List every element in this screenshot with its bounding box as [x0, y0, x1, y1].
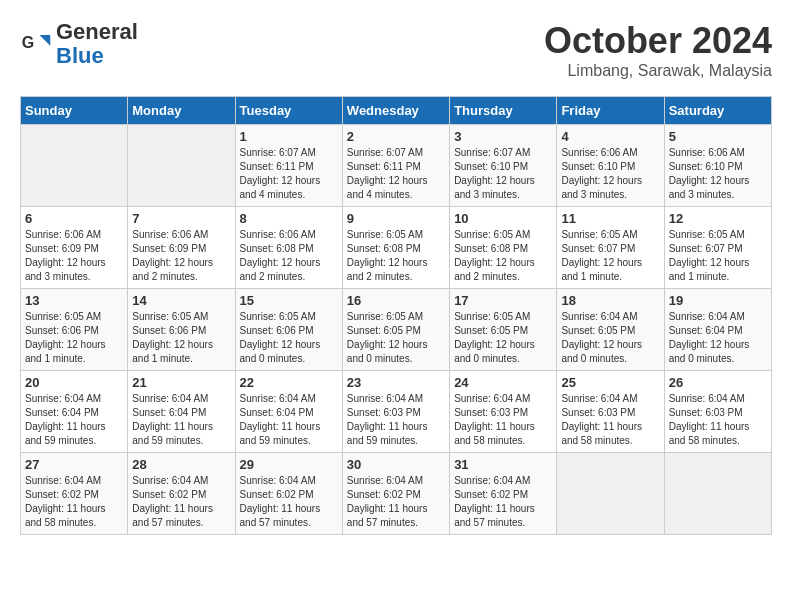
weekday-header-tuesday: Tuesday	[235, 97, 342, 125]
weekday-header-friday: Friday	[557, 97, 664, 125]
day-number: 12	[669, 211, 767, 226]
day-info: Sunrise: 6:07 AM Sunset: 6:11 PM Dayligh…	[240, 146, 338, 202]
calendar-cell: 5Sunrise: 6:06 AM Sunset: 6:10 PM Daylig…	[664, 125, 771, 207]
day-info: Sunrise: 6:04 AM Sunset: 6:03 PM Dayligh…	[561, 392, 659, 448]
calendar-cell: 25Sunrise: 6:04 AM Sunset: 6:03 PM Dayli…	[557, 371, 664, 453]
day-info: Sunrise: 6:05 AM Sunset: 6:06 PM Dayligh…	[132, 310, 230, 366]
logo-icon: G	[20, 28, 52, 60]
day-number: 4	[561, 129, 659, 144]
calendar-cell: 22Sunrise: 6:04 AM Sunset: 6:04 PM Dayli…	[235, 371, 342, 453]
day-info: Sunrise: 6:06 AM Sunset: 6:10 PM Dayligh…	[561, 146, 659, 202]
calendar-cell: 27Sunrise: 6:04 AM Sunset: 6:02 PM Dayli…	[21, 453, 128, 535]
calendar-cell: 19Sunrise: 6:04 AM Sunset: 6:04 PM Dayli…	[664, 289, 771, 371]
day-number: 17	[454, 293, 552, 308]
calendar-cell: 15Sunrise: 6:05 AM Sunset: 6:06 PM Dayli…	[235, 289, 342, 371]
calendar-cell: 3Sunrise: 6:07 AM Sunset: 6:10 PM Daylig…	[450, 125, 557, 207]
day-info: Sunrise: 6:04 AM Sunset: 6:04 PM Dayligh…	[25, 392, 123, 448]
calendar-cell: 9Sunrise: 6:05 AM Sunset: 6:08 PM Daylig…	[342, 207, 449, 289]
day-info: Sunrise: 6:04 AM Sunset: 6:02 PM Dayligh…	[25, 474, 123, 530]
day-number: 23	[347, 375, 445, 390]
day-info: Sunrise: 6:04 AM Sunset: 6:03 PM Dayligh…	[669, 392, 767, 448]
weekday-header-wednesday: Wednesday	[342, 97, 449, 125]
calendar-cell: 16Sunrise: 6:05 AM Sunset: 6:05 PM Dayli…	[342, 289, 449, 371]
day-info: Sunrise: 6:04 AM Sunset: 6:04 PM Dayligh…	[669, 310, 767, 366]
day-info: Sunrise: 6:07 AM Sunset: 6:10 PM Dayligh…	[454, 146, 552, 202]
day-number: 2	[347, 129, 445, 144]
day-number: 11	[561, 211, 659, 226]
day-number: 29	[240, 457, 338, 472]
calendar-week-4: 20Sunrise: 6:04 AM Sunset: 6:04 PM Dayli…	[21, 371, 772, 453]
day-number: 22	[240, 375, 338, 390]
day-info: Sunrise: 6:06 AM Sunset: 6:08 PM Dayligh…	[240, 228, 338, 284]
logo-text: General Blue	[56, 20, 138, 68]
day-info: Sunrise: 6:05 AM Sunset: 6:08 PM Dayligh…	[347, 228, 445, 284]
calendar-cell: 2Sunrise: 6:07 AM Sunset: 6:11 PM Daylig…	[342, 125, 449, 207]
calendar-cell: 12Sunrise: 6:05 AM Sunset: 6:07 PM Dayli…	[664, 207, 771, 289]
day-number: 10	[454, 211, 552, 226]
calendar-cell: 30Sunrise: 6:04 AM Sunset: 6:02 PM Dayli…	[342, 453, 449, 535]
day-info: Sunrise: 6:06 AM Sunset: 6:09 PM Dayligh…	[132, 228, 230, 284]
day-number: 19	[669, 293, 767, 308]
day-number: 9	[347, 211, 445, 226]
day-number: 27	[25, 457, 123, 472]
day-info: Sunrise: 6:05 AM Sunset: 6:08 PM Dayligh…	[454, 228, 552, 284]
calendar-cell: 8Sunrise: 6:06 AM Sunset: 6:08 PM Daylig…	[235, 207, 342, 289]
day-info: Sunrise: 6:04 AM Sunset: 6:05 PM Dayligh…	[561, 310, 659, 366]
weekday-header-row: SundayMondayTuesdayWednesdayThursdayFrid…	[21, 97, 772, 125]
day-number: 6	[25, 211, 123, 226]
day-info: Sunrise: 6:06 AM Sunset: 6:10 PM Dayligh…	[669, 146, 767, 202]
title-area: October 2024 Limbang, Sarawak, Malaysia	[544, 20, 772, 80]
calendar-cell: 20Sunrise: 6:04 AM Sunset: 6:04 PM Dayli…	[21, 371, 128, 453]
day-info: Sunrise: 6:04 AM Sunset: 6:02 PM Dayligh…	[347, 474, 445, 530]
weekday-header-thursday: Thursday	[450, 97, 557, 125]
logo: G General Blue	[20, 20, 138, 68]
day-number: 13	[25, 293, 123, 308]
calendar-cell: 17Sunrise: 6:05 AM Sunset: 6:05 PM Dayli…	[450, 289, 557, 371]
calendar-cell	[557, 453, 664, 535]
calendar-week-1: 1Sunrise: 6:07 AM Sunset: 6:11 PM Daylig…	[21, 125, 772, 207]
day-info: Sunrise: 6:05 AM Sunset: 6:06 PM Dayligh…	[240, 310, 338, 366]
day-info: Sunrise: 6:04 AM Sunset: 6:03 PM Dayligh…	[347, 392, 445, 448]
day-number: 14	[132, 293, 230, 308]
calendar-week-3: 13Sunrise: 6:05 AM Sunset: 6:06 PM Dayli…	[21, 289, 772, 371]
day-number: 26	[669, 375, 767, 390]
calendar-cell	[21, 125, 128, 207]
calendar-cell: 18Sunrise: 6:04 AM Sunset: 6:05 PM Dayli…	[557, 289, 664, 371]
day-info: Sunrise: 6:04 AM Sunset: 6:04 PM Dayligh…	[240, 392, 338, 448]
svg-marker-1	[40, 35, 51, 46]
day-number: 1	[240, 129, 338, 144]
calendar-cell: 13Sunrise: 6:05 AM Sunset: 6:06 PM Dayli…	[21, 289, 128, 371]
day-number: 25	[561, 375, 659, 390]
day-number: 28	[132, 457, 230, 472]
day-number: 21	[132, 375, 230, 390]
calendar-cell: 1Sunrise: 6:07 AM Sunset: 6:11 PM Daylig…	[235, 125, 342, 207]
day-info: Sunrise: 6:05 AM Sunset: 6:07 PM Dayligh…	[669, 228, 767, 284]
day-number: 7	[132, 211, 230, 226]
day-info: Sunrise: 6:05 AM Sunset: 6:07 PM Dayligh…	[561, 228, 659, 284]
day-number: 20	[25, 375, 123, 390]
calendar-cell: 14Sunrise: 6:05 AM Sunset: 6:06 PM Dayli…	[128, 289, 235, 371]
day-info: Sunrise: 6:05 AM Sunset: 6:05 PM Dayligh…	[347, 310, 445, 366]
day-info: Sunrise: 6:04 AM Sunset: 6:02 PM Dayligh…	[240, 474, 338, 530]
day-number: 24	[454, 375, 552, 390]
calendar-cell: 29Sunrise: 6:04 AM Sunset: 6:02 PM Dayli…	[235, 453, 342, 535]
day-number: 16	[347, 293, 445, 308]
location-subtitle: Limbang, Sarawak, Malaysia	[544, 62, 772, 80]
day-number: 31	[454, 457, 552, 472]
day-number: 8	[240, 211, 338, 226]
day-info: Sunrise: 6:06 AM Sunset: 6:09 PM Dayligh…	[25, 228, 123, 284]
month-title: October 2024	[544, 20, 772, 62]
day-info: Sunrise: 6:07 AM Sunset: 6:11 PM Dayligh…	[347, 146, 445, 202]
day-number: 3	[454, 129, 552, 144]
calendar-cell: 11Sunrise: 6:05 AM Sunset: 6:07 PM Dayli…	[557, 207, 664, 289]
calendar-body: 1Sunrise: 6:07 AM Sunset: 6:11 PM Daylig…	[21, 125, 772, 535]
weekday-header-saturday: Saturday	[664, 97, 771, 125]
page-header: G General Blue October 2024 Limbang, Sar…	[20, 20, 772, 80]
day-number: 5	[669, 129, 767, 144]
day-number: 18	[561, 293, 659, 308]
calendar-cell: 7Sunrise: 6:06 AM Sunset: 6:09 PM Daylig…	[128, 207, 235, 289]
calendar-cell: 31Sunrise: 6:04 AM Sunset: 6:02 PM Dayli…	[450, 453, 557, 535]
weekday-header-monday: Monday	[128, 97, 235, 125]
day-info: Sunrise: 6:05 AM Sunset: 6:05 PM Dayligh…	[454, 310, 552, 366]
day-number: 30	[347, 457, 445, 472]
